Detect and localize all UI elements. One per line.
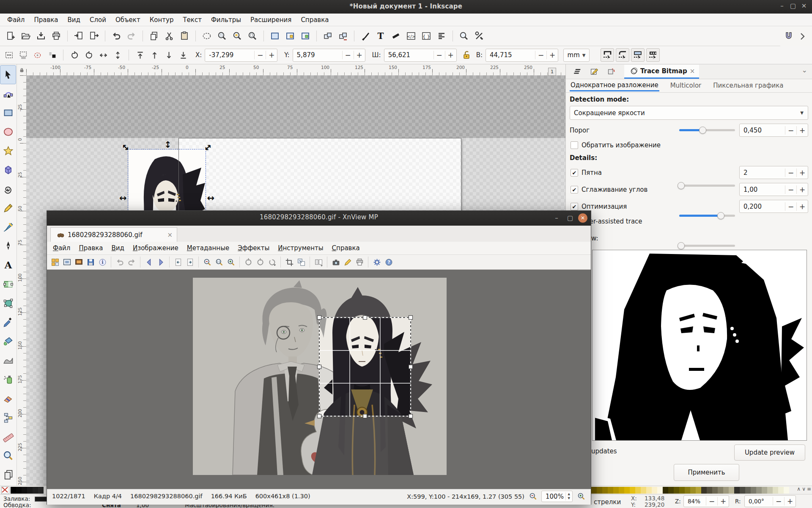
minimize-icon[interactable]: –: [551, 214, 562, 222]
tool-rectangle[interactable]: [0, 103, 16, 122]
speckles-checkbox[interactable]: ✔: [571, 169, 578, 177]
palette-swatch[interactable]: [778, 487, 784, 494]
tool-eraser[interactable]: [0, 389, 16, 408]
decrement-button[interactable]: −: [433, 51, 445, 59]
xn-resize-icon[interactable]: [296, 257, 307, 268]
minimize-icon[interactable]: –: [776, 2, 787, 10]
width-value[interactable]: 56,621: [384, 51, 433, 59]
increment-button[interactable]: +: [717, 497, 729, 505]
xn-rot-right-icon[interactable]: [255, 257, 266, 268]
flip-vertical-icon[interactable]: [112, 50, 123, 61]
palette-swatch[interactable]: [27, 487, 33, 494]
palette-swatch[interactable]: [701, 487, 707, 494]
raise-icon[interactable]: [149, 50, 160, 61]
rotate-ccw-icon[interactable]: [69, 50, 80, 61]
palette-swatch[interactable]: [674, 487, 679, 494]
select-all-layers-icon[interactable]: [18, 50, 29, 61]
rotation-value[interactable]: 0,00°: [745, 498, 773, 505]
xn-undo-icon[interactable]: [114, 257, 125, 268]
palette-swatch[interactable]: [591, 487, 597, 494]
detection-mode-value[interactable]: Сокращение яркости: [570, 109, 800, 117]
decrement-button[interactable]: −: [773, 497, 784, 505]
tool-gradient[interactable]: [0, 275, 16, 294]
zoom-page-icon[interactable]: [246, 30, 259, 42]
zoom-field[interactable]: 84% −+: [683, 495, 729, 507]
dock-swatch-icon[interactable]: [606, 66, 617, 77]
maximize-icon[interactable]: ▢: [787, 2, 798, 10]
palette-swatch[interactable]: [624, 487, 630, 494]
duplicate-icon[interactable]: [269, 30, 281, 42]
height-field[interactable]: 44,715 −+: [486, 49, 558, 62]
threshold-slider[interactable]: [679, 124, 735, 137]
x-coordinate-field[interactable]: -37,299 −+: [205, 49, 277, 62]
align-bars-icon[interactable]: [435, 30, 448, 42]
xn-next-icon[interactable]: [155, 257, 166, 268]
palette-swatch[interactable]: [657, 487, 663, 494]
palette-swatch[interactable]: [641, 487, 646, 494]
increment-button[interactable]: +: [266, 51, 277, 59]
palette-swatch[interactable]: [679, 487, 685, 494]
import-icon[interactable]: [72, 30, 85, 42]
tool-box-3d[interactable]: [0, 160, 16, 179]
palette-swatch[interactable]: [38, 487, 44, 494]
palette-swatch[interactable]: [718, 487, 723, 494]
tab-trace-bitmap[interactable]: Trace Bitmap ×: [624, 65, 699, 79]
dock-tab-label[interactable]: Trace Bitmap: [640, 67, 687, 75]
maximize-icon[interactable]: ▢: [565, 214, 576, 222]
panel-collapse-chevron-icon[interactable]: ⌄: [802, 66, 807, 74]
inkscape-menu-8[interactable]: Расширения: [246, 14, 296, 25]
threshold-field[interactable]: 0,450 −+: [739, 124, 808, 137]
xn-fullscreen-icon[interactable]: [73, 257, 84, 268]
close-icon[interactable]: ✕: [578, 213, 587, 223]
palette-swatch[interactable]: [767, 487, 773, 494]
xnview-menu-6[interactable]: Инструменты: [274, 243, 327, 254]
palette-swatch[interactable]: [652, 487, 657, 494]
palette-control-icon[interactable]: ≡: [807, 486, 811, 492]
tool-text[interactable]: A: [0, 256, 16, 275]
ruler-corner[interactable]: [17, 64, 27, 76]
xn-redo-icon[interactable]: [126, 257, 137, 268]
xml-editor-icon[interactable]: </>: [405, 30, 417, 42]
palette-swatch[interactable]: [33, 487, 38, 494]
dock-layers-icon[interactable]: [572, 66, 583, 77]
invert-image-checkbox[interactable]: [571, 141, 578, 149]
palette-swatch[interactable]: [668, 487, 674, 494]
palette-swatch[interactable]: [663, 487, 668, 494]
xnview-tab[interactable]: 1680298293288060.gif ×: [50, 227, 177, 242]
scale-handle-icon[interactable]: ↔: [119, 194, 127, 203]
dock-draw-icon[interactable]: [589, 66, 600, 77]
xn-print-icon[interactable]: [354, 257, 365, 268]
xn-browser-icon[interactable]: [49, 257, 60, 268]
lower-to-bottom-icon[interactable]: [178, 50, 189, 61]
tool-node-editor[interactable]: [0, 84, 16, 103]
update-preview-button[interactable]: Update preview: [734, 444, 805, 461]
deselect-icon[interactable]: [32, 50, 43, 61]
palette-swatch[interactable]: [712, 487, 718, 494]
xnview-menu-5[interactable]: Эффекты: [233, 243, 274, 254]
gradient-slant-icon[interactable]: [390, 30, 402, 42]
inkscape-menu-3[interactable]: Слой: [85, 14, 111, 25]
xn-layout-icon[interactable]: [313, 257, 324, 268]
y-coordinate-value[interactable]: 5,879: [293, 51, 342, 59]
palette-swatch[interactable]: [646, 487, 652, 494]
palette-swatch[interactable]: [22, 487, 27, 494]
undo-icon[interactable]: [110, 30, 123, 42]
tool-selector[interactable]: [0, 65, 16, 84]
document-new-icon[interactable]: [4, 30, 17, 42]
increment-button[interactable]: +: [354, 51, 365, 59]
zoom-percent-value[interactable]: 100%: [542, 493, 565, 500]
decrement-button[interactable]: −: [254, 51, 266, 59]
palette-swatch[interactable]: [635, 487, 641, 494]
redo-icon[interactable]: [125, 30, 138, 42]
xnview-tab-label[interactable]: 1680298293288060.gif: [68, 231, 142, 239]
threshold-value[interactable]: 0,450: [740, 127, 785, 134]
xnview-menu-2[interactable]: Вид: [107, 243, 129, 254]
copy-icon[interactable]: [148, 30, 160, 42]
preferences-icon[interactable]: [473, 30, 486, 42]
optimize-row[interactable]: ✔ Оптимизация: [571, 203, 627, 210]
palette-swatch[interactable]: [619, 487, 624, 494]
xn-crop-icon[interactable]: [284, 257, 295, 268]
units-dropdown[interactable]: mm ▼: [563, 49, 590, 62]
trace-tab-0[interactable]: Однократное разложение: [570, 80, 659, 91]
rotation-field[interactable]: 0,00° −+: [744, 495, 796, 507]
